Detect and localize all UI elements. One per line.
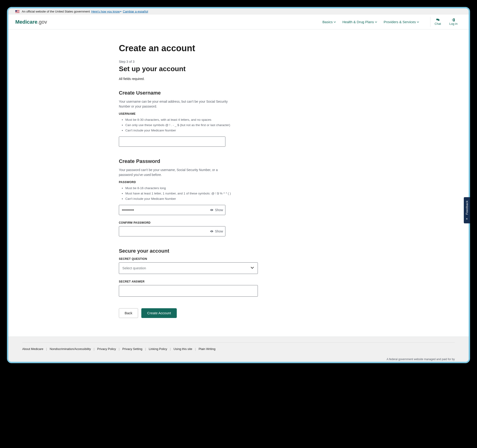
create-account-button[interactable]: Create Account	[141, 308, 177, 318]
password-hint: Your password can't be your username, So…	[119, 168, 230, 177]
footer-link[interactable]: About Medicare	[22, 347, 43, 351]
username-hint: Your username can be your email address,…	[119, 99, 230, 109]
us-flag-icon	[15, 10, 19, 13]
footer-link[interactable]: Nondiscrimination/Accessibility	[50, 347, 91, 351]
username-input[interactable]	[119, 137, 225, 147]
username-label: USERNAME	[119, 112, 341, 115]
login-button[interactable]: Log in	[445, 17, 462, 27]
chat-button[interactable]: Chat	[430, 17, 445, 27]
secret-answer-input[interactable]	[119, 285, 258, 297]
password-rule: Must have at least 1 letter, 1 number, a…	[125, 191, 341, 196]
password-input[interactable]	[119, 205, 225, 215]
secret-question-select[interactable]: Select question	[119, 262, 258, 274]
chevron-down-icon	[375, 21, 377, 23]
nav-providers-services[interactable]: Providers & Services	[384, 20, 419, 24]
chevron-down-icon: ▾	[120, 10, 121, 13]
step-indicator: Step 3 of 3	[119, 60, 341, 64]
footer-link[interactable]: Plain Writing	[198, 347, 215, 351]
password-rule: Can't include your Medicare Number	[125, 196, 341, 202]
nav-actions: Chat Log in	[430, 17, 462, 27]
username-rule: Can't include your Medicare Number	[125, 128, 341, 133]
footer-link[interactable]: Privacy Policy	[97, 347, 116, 351]
nav-health-drug-plans[interactable]: Health & Drug Plans	[342, 20, 377, 24]
nav-basics[interactable]: Basics	[322, 20, 336, 24]
logo-part2: .gov	[37, 19, 47, 25]
username-rule: Can only use these symbols @ ! . - _ $ (…	[125, 123, 341, 128]
username-rule: Must be 8-30 characters, with at least 4…	[125, 117, 341, 123]
login-icon	[452, 18, 455, 22]
nav-menu: Basics Health & Drug Plans Providers & S…	[322, 17, 462, 27]
eye-icon	[210, 209, 214, 211]
how-you-know-link[interactable]: Here's how you know	[91, 10, 120, 13]
confirm-password-input[interactable]	[119, 226, 225, 236]
page-title: Create an account	[119, 43, 341, 53]
footer-links: About Medicare| Nondiscrimination/Access…	[22, 342, 455, 351]
gov-banner: An official website of the United States…	[8, 8, 469, 15]
password-rules: Must be 8-16 characters long Must have a…	[119, 186, 341, 202]
top-nav: Medicare.gov Basics Health & Drug Plans …	[8, 15, 469, 30]
logo-part1: Medicare	[15, 19, 37, 25]
confirm-password-label: CONFIRM PASSWORD	[119, 221, 341, 224]
footer-link[interactable]: Linking Policy	[149, 347, 167, 351]
gov-banner-text: An official website of the United States…	[22, 10, 90, 13]
secret-answer-label: SECRET ANSWER	[119, 280, 341, 283]
chat-icon	[436, 18, 440, 22]
close-icon: ✕	[465, 217, 469, 220]
password-rule: Must be 8-16 characters long	[125, 186, 341, 191]
page-subtitle: Set up your account	[119, 65, 341, 73]
eye-icon	[210, 230, 214, 233]
required-note: All fields required.	[119, 77, 341, 81]
footer-link[interactable]: Using this site	[173, 347, 192, 351]
chevron-down-icon	[334, 21, 336, 23]
secure-section: Secure your account SECRET QUESTION Sele…	[119, 248, 341, 297]
site-logo[interactable]: Medicare.gov	[15, 19, 47, 25]
button-row: Back Create Account	[119, 308, 341, 318]
language-switch[interactable]: Cambiar a español	[123, 10, 148, 13]
footer-note: A federal government website managed and…	[22, 358, 455, 361]
footer-link[interactable]: Privacy Setting	[122, 347, 143, 351]
show-confirm-password-toggle[interactable]: Show	[210, 230, 223, 233]
password-heading: Create Password	[119, 158, 341, 164]
footer: About Medicare| Nondiscrimination/Access…	[8, 337, 469, 362]
password-label: PASSWORD	[119, 181, 341, 184]
secret-question-label: SECRET QUESTION	[119, 257, 341, 260]
password-section: Create Password Your password can't be y…	[119, 158, 341, 236]
feedback-tab[interactable]: ✕ Feedback	[464, 197, 470, 224]
username-rules: Must be 8-30 characters, with at least 4…	[119, 117, 341, 133]
show-password-toggle[interactable]: Show	[210, 208, 223, 212]
back-button[interactable]: Back	[119, 308, 138, 318]
chevron-down-icon	[417, 21, 419, 23]
username-heading: Create Username	[119, 90, 341, 96]
username-section: Create Username Your username can be you…	[119, 90, 341, 147]
secure-heading: Secure your account	[119, 248, 341, 254]
